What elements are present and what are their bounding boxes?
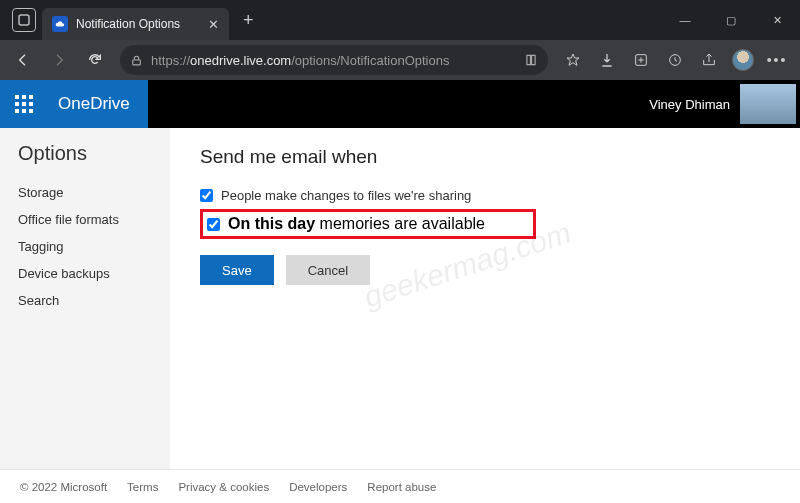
app-launcher-icon[interactable] xyxy=(0,80,48,128)
option-sharing-changes[interactable]: People make changes to files we're shari… xyxy=(200,184,770,207)
option-on-this-day-label: On this day memories are available xyxy=(228,215,485,233)
footer-link-report-abuse[interactable]: Report abuse xyxy=(367,481,436,493)
checkbox-on-this-day[interactable] xyxy=(207,218,220,231)
sidebar-item-device-backups[interactable]: Device backups xyxy=(18,260,152,287)
user-avatar[interactable] xyxy=(740,84,796,124)
footer: © 2022 Microsoft Terms Privacy & cookies… xyxy=(0,469,800,503)
highlight-box: On this day memories are available xyxy=(200,209,536,239)
maximize-button[interactable]: ▢ xyxy=(708,0,754,40)
workspace: Options Storage Office file formats Tagg… xyxy=(0,128,800,469)
close-icon[interactable]: ✕ xyxy=(208,17,219,32)
address-bar[interactable]: https://onedrive.live.com/options/Notifi… xyxy=(120,45,548,75)
reader-icon[interactable] xyxy=(524,53,538,67)
checkbox-sharing-changes[interactable] xyxy=(200,189,213,202)
cloud-icon xyxy=(52,16,68,32)
back-button[interactable] xyxy=(6,44,40,76)
collections-icon[interactable] xyxy=(624,44,658,76)
app-header: OneDrive Viney Dhiman xyxy=(0,80,800,128)
new-tab-button[interactable]: + xyxy=(237,10,260,31)
profile-avatar[interactable] xyxy=(726,44,760,76)
close-window-button[interactable]: ✕ xyxy=(754,0,800,40)
save-button[interactable]: Save xyxy=(200,255,274,285)
cancel-button[interactable]: Cancel xyxy=(286,255,370,285)
button-row: Save Cancel xyxy=(200,255,770,285)
sidebar-item-search[interactable]: Search xyxy=(18,287,152,314)
tab-title: Notification Options xyxy=(76,17,180,31)
lock-icon xyxy=(130,54,143,67)
svg-rect-0 xyxy=(19,15,29,25)
sidebar-item-storage[interactable]: Storage xyxy=(18,179,152,206)
footer-link-terms[interactable]: Terms xyxy=(127,481,158,493)
favorite-icon[interactable] xyxy=(556,44,590,76)
option-sharing-changes-label: People make changes to files we're shari… xyxy=(221,188,471,203)
user-name[interactable]: Viney Dhiman xyxy=(649,97,730,112)
window-controls: — ▢ ✕ xyxy=(662,0,800,40)
svg-rect-1 xyxy=(133,59,141,64)
footer-link-privacy[interactable]: Privacy & cookies xyxy=(178,481,269,493)
more-menu-icon[interactable]: ••• xyxy=(760,44,794,76)
page-heading: Send me email when xyxy=(200,146,770,168)
extensions-icon[interactable] xyxy=(658,44,692,76)
footer-link-developers[interactable]: Developers xyxy=(289,481,347,493)
forward-button[interactable] xyxy=(42,44,76,76)
main-content: geekermag.com Send me email when People … xyxy=(170,128,800,469)
copyright: © 2022 Microsoft xyxy=(20,481,107,493)
brand-name[interactable]: OneDrive xyxy=(48,80,148,128)
window-titlebar: Notification Options ✕ + — ▢ ✕ xyxy=(0,0,800,40)
browser-toolbar: https://onedrive.live.com/options/Notifi… xyxy=(0,40,800,80)
tab-actions-icon[interactable] xyxy=(12,8,36,32)
downloads-icon[interactable] xyxy=(590,44,624,76)
url-text: https://onedrive.live.com/options/Notifi… xyxy=(151,53,449,68)
share-icon[interactable] xyxy=(692,44,726,76)
refresh-button[interactable] xyxy=(78,44,112,76)
minimize-button[interactable]: — xyxy=(662,0,708,40)
sidebar: Options Storage Office file formats Tagg… xyxy=(0,128,170,469)
sidebar-title: Options xyxy=(18,142,152,165)
sidebar-item-office-formats[interactable]: Office file formats xyxy=(18,206,152,233)
browser-tab[interactable]: Notification Options ✕ xyxy=(42,8,229,40)
toolbar-actions: ••• xyxy=(556,44,794,76)
sidebar-item-tagging[interactable]: Tagging xyxy=(18,233,152,260)
tab-strip: Notification Options ✕ + xyxy=(0,0,260,40)
